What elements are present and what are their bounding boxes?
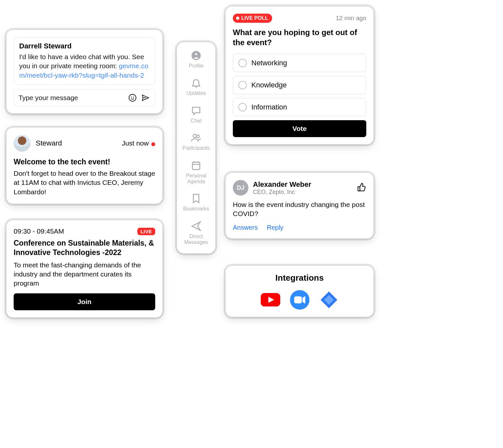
sidebar: Profile Updates Chat Participants Person… bbox=[177, 42, 215, 253]
radio-icon bbox=[238, 59, 247, 67]
zoom-icon[interactable] bbox=[290, 290, 309, 310]
sidebar-item-chat[interactable]: Chat bbox=[179, 105, 213, 124]
vote-button[interactable]: Vote bbox=[233, 120, 366, 137]
notification-time-wrap: Just now bbox=[122, 139, 155, 147]
poll-option-knowledge[interactable]: Knowledge bbox=[233, 76, 366, 94]
poll-option-label: Networking bbox=[251, 59, 287, 67]
session-time: 09:30 - 09:45AM bbox=[14, 227, 64, 235]
poll-option-information[interactable]: Information bbox=[233, 98, 366, 116]
session-card: 09:30 - 09:45AM LIVE Conference on Susta… bbox=[6, 220, 162, 317]
question-author-block: Alexander Weber CEO, Zepto. Inc bbox=[253, 180, 311, 196]
question-author-role: CEO, Zepto. Inc bbox=[253, 189, 311, 196]
poll-header: LIVE POLL 12 min ago bbox=[233, 14, 366, 23]
chat-sender-name: Darrell Steward bbox=[19, 42, 150, 50]
poll-option-networking[interactable]: Networking bbox=[233, 54, 366, 72]
notification-header: Steward Just now bbox=[14, 135, 155, 152]
question-author-name: Alexander Weber bbox=[253, 180, 311, 189]
question-card: DJ Alexander Weber CEO, Zepto. Inc How i… bbox=[226, 173, 373, 238]
chat-icon bbox=[191, 105, 202, 116]
sidebar-item-label: Participants bbox=[182, 145, 210, 151]
chat-message: Darrell Steward I'd like to have a video… bbox=[14, 37, 155, 85]
reply-link[interactable]: Reply bbox=[267, 224, 283, 231]
svg-point-7 bbox=[196, 135, 199, 138]
sidebar-item-direct-messages[interactable]: Direct Messages bbox=[179, 221, 213, 246]
send-icon bbox=[191, 221, 202, 232]
chat-message-input[interactable] bbox=[19, 94, 124, 102]
bell-icon bbox=[191, 77, 202, 88]
question-header: DJ Alexander Weber CEO, Zepto. Inc bbox=[233, 180, 366, 196]
avatar-initials: DJ bbox=[233, 180, 248, 196]
integrations-card: Integrations bbox=[226, 266, 373, 317]
svg-rect-12 bbox=[358, 187, 360, 191]
svg-point-1 bbox=[131, 97, 132, 97]
svg-point-2 bbox=[133, 97, 134, 97]
sidebar-item-profile[interactable]: Profile bbox=[179, 50, 213, 69]
notification-sender-name: Steward bbox=[36, 139, 117, 147]
session-title: Conference on Sustainable Materials, & I… bbox=[14, 238, 155, 257]
sidebar-item-label: Direct Messages bbox=[179, 234, 213, 246]
participants-icon bbox=[191, 132, 202, 143]
notification-body: Don't forget to head over to the Breakou… bbox=[14, 169, 155, 197]
calendar-icon bbox=[191, 160, 202, 171]
status-dot-icon bbox=[151, 142, 155, 146]
sidebar-item-label: Personal Agenda bbox=[179, 173, 213, 185]
svg-point-0 bbox=[129, 94, 136, 101]
integrations-row bbox=[233, 290, 366, 310]
notification-title: Welcome to the tech event! bbox=[14, 158, 155, 166]
chat-input-row bbox=[14, 89, 155, 106]
join-button[interactable]: Join bbox=[14, 293, 155, 310]
sidebar-item-participants[interactable]: Participants bbox=[179, 132, 213, 151]
radio-icon bbox=[238, 103, 247, 111]
youtube-icon[interactable] bbox=[261, 290, 280, 310]
notification-card: Steward Just now Welcome to the tech eve… bbox=[6, 128, 162, 204]
poll-badge-label: LIVE POLL bbox=[241, 15, 268, 21]
svg-rect-16 bbox=[294, 296, 302, 303]
radio-icon bbox=[238, 81, 247, 89]
bookmark-icon bbox=[191, 193, 202, 204]
live-badge: LIVE bbox=[137, 228, 155, 235]
send-icon[interactable] bbox=[141, 93, 150, 103]
sidebar-item-personal-agenda[interactable]: Personal Agenda bbox=[179, 160, 213, 185]
svg-point-5 bbox=[195, 53, 197, 56]
sidebar-item-label: Updates bbox=[186, 90, 206, 96]
sidebar-item-updates[interactable]: Updates bbox=[179, 77, 213, 96]
sidebar-item-label: Profile bbox=[189, 63, 203, 69]
chat-message-body: I'd like to have a video chat with you. … bbox=[19, 52, 150, 80]
notification-time: Just now bbox=[122, 139, 149, 147]
profile-icon bbox=[191, 50, 202, 61]
avatar bbox=[14, 135, 31, 152]
live-poll-badge: LIVE POLL bbox=[233, 14, 272, 23]
poll-question: What are you hoping to get out of the ev… bbox=[233, 27, 366, 47]
emoji-icon[interactable] bbox=[128, 93, 137, 103]
svg-point-6 bbox=[193, 134, 196, 138]
question-actions: Answers Reply bbox=[233, 224, 366, 231]
sidebar-item-label: Chat bbox=[191, 118, 202, 124]
poll-option-label: Knowledge bbox=[251, 81, 287, 89]
session-description: To meet the fast-changing demands of the… bbox=[14, 261, 155, 288]
question-body: How is the event industry changing the p… bbox=[233, 200, 366, 219]
poll-card: LIVE POLL 12 min ago What are you hoping… bbox=[226, 6, 373, 144]
thumbs-up-icon[interactable] bbox=[357, 183, 366, 193]
integrations-title: Integrations bbox=[233, 273, 366, 283]
sidebar-item-bookmarks[interactable]: Bookmarks bbox=[179, 193, 213, 212]
poll-timestamp: 12 min ago bbox=[336, 15, 366, 22]
live-dot-icon bbox=[236, 17, 239, 20]
chat-card: Darrell Steward I'd like to have a video… bbox=[6, 30, 162, 113]
svg-rect-8 bbox=[193, 162, 200, 170]
answers-link[interactable]: Answers bbox=[233, 224, 258, 231]
poll-option-label: Information bbox=[251, 103, 287, 111]
session-header: 09:30 - 09:45AM LIVE bbox=[14, 227, 155, 235]
sidebar-item-label: Bookmarks bbox=[183, 206, 209, 212]
jira-icon[interactable] bbox=[319, 290, 339, 310]
